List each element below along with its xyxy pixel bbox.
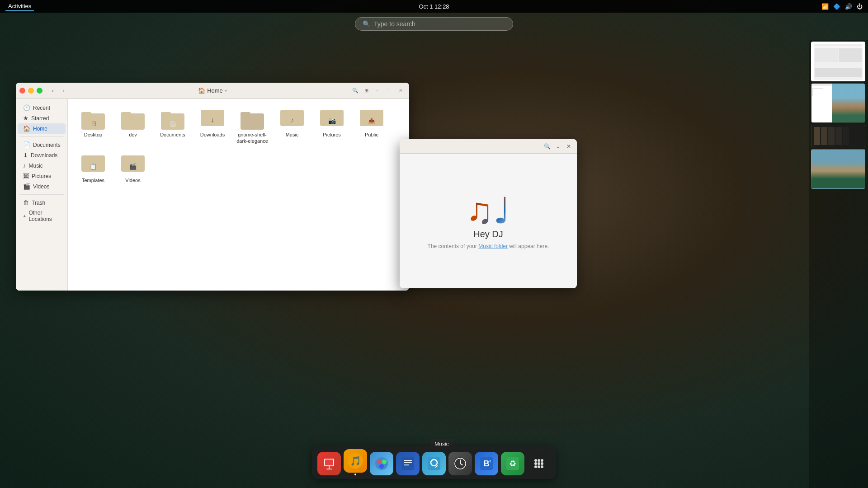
- dock-item-color[interactable]: [370, 452, 393, 475]
- trash-icon: 🗑: [23, 199, 29, 206]
- videos-icon: 🎬: [23, 183, 30, 190]
- svg-point-31: [541, 462, 543, 465]
- sidebar-item-other-locations[interactable]: + Other Locations: [18, 208, 66, 224]
- window-close-icon[interactable]: ✕: [396, 86, 406, 96]
- folder-icon-documents: 📄: [161, 110, 184, 130]
- titlebar-path: 🏠 Home ▾: [198, 87, 227, 94]
- file-item-downloads[interactable]: ↓ Downloads: [194, 106, 231, 148]
- music-minimize-button[interactable]: ⌄: [553, 142, 562, 151]
- sidebar-item-videos[interactable]: 🎬 Videos: [18, 181, 66, 192]
- downloads-icon: ⬇: [23, 152, 28, 159]
- blueman-svg: B ✦: [479, 456, 494, 471]
- sidebar-label-trash: Trash: [32, 200, 45, 206]
- file-item-music[interactable]: ♪ Music: [274, 106, 310, 148]
- dock-item-music[interactable]: 🎵: [344, 449, 367, 475]
- file-manager-titlebar: ‹ › 🏠 Home ▾ 🔍 ⊞ ≡ ⋮ ✕: [16, 83, 409, 99]
- sidebar-label-documents: Documents: [33, 142, 61, 148]
- dock-item-apps[interactable]: [527, 452, 551, 475]
- sidebar-label-downloads: Downloads: [31, 152, 57, 159]
- back-button[interactable]: ‹: [48, 86, 58, 96]
- file-item-pictures[interactable]: 📷 Pictures: [314, 106, 350, 148]
- sidebar-label-starred: Starred: [31, 115, 49, 122]
- music-subtitle-text: The contents of your: [428, 243, 479, 249]
- search-bar-container: 🔍: [355, 17, 513, 31]
- music-app-icon: 🎵: [344, 449, 367, 473]
- top-bar-left: Activities: [5, 2, 34, 11]
- forward-button[interactable]: ›: [59, 86, 69, 96]
- svg-point-34: [541, 465, 543, 468]
- sidebar-item-trash[interactable]: 🗑 Trash: [18, 197, 66, 208]
- music-folder-link[interactable]: Music folder: [478, 243, 508, 249]
- view-list-button[interactable]: ≡: [372, 86, 382, 96]
- sidebar-item-documents[interactable]: 📄 Documents: [18, 140, 66, 150]
- file-item-videos[interactable]: 🎬 Videos: [115, 152, 151, 187]
- pictures-icon: 🖼: [23, 173, 29, 179]
- file-item-dev[interactable]: dev: [115, 106, 151, 148]
- sidebar-label-other-locations: Other Locations: [28, 210, 60, 222]
- top-bar-tray: 📶 🔷 🔊 ⏻: [821, 3, 863, 10]
- store-svg: [427, 456, 441, 471]
- top-bar: Activities Oct 1 12:28 📶 🔷 🔊 ⏻: [0, 0, 868, 13]
- music-search-button[interactable]: 🔍: [542, 142, 552, 151]
- music-icon: ♪: [23, 162, 26, 169]
- volume-icon[interactable]: 🔊: [845, 3, 852, 10]
- svg-rect-3: [326, 469, 332, 469]
- workspace-2[interactable]: [811, 83, 865, 123]
- workspace-3[interactable]: [811, 125, 865, 147]
- power-icon[interactable]: ⏻: [857, 3, 863, 10]
- folder-icon-gnome-theme: [241, 110, 264, 130]
- close-button[interactable]: [19, 88, 25, 94]
- store-icon: [422, 452, 446, 475]
- sidebar-item-downloads[interactable]: ⬇ Downloads: [18, 150, 66, 160]
- dock-item-recycle[interactable]: ♻: [501, 452, 524, 475]
- file-manager-body: 🕐 Recent ★ Starred 🏠 Home 📄 Documents ⬇ …: [16, 99, 409, 291]
- sidebar-item-home[interactable]: 🏠 Home: [18, 123, 66, 134]
- sidebar-item-starred[interactable]: ★ Starred: [18, 113, 66, 123]
- file-label-public: Public: [365, 131, 378, 138]
- folder-icon-public: 📤: [360, 110, 383, 130]
- dock-item-blueman[interactable]: B ✦: [475, 452, 498, 475]
- file-manager-window: ‹ › 🏠 Home ▾ 🔍 ⊞ ≡ ⋮ ✕ 🕐 Recent ★ Starre…: [16, 83, 409, 291]
- music-subtitle: The contents of your Music folder will a…: [428, 243, 549, 249]
- music-close-button[interactable]: ✕: [564, 142, 573, 151]
- sidebar-item-recent[interactable]: 🕐 Recent: [18, 103, 66, 113]
- sidebar-item-pictures[interactable]: 🖼 Pictures: [18, 171, 66, 181]
- svg-point-26: [534, 459, 537, 462]
- folder-body: 🎬: [121, 155, 145, 172]
- dock: 🎵: [312, 446, 556, 479]
- clock-svg: [453, 456, 467, 471]
- svg-rect-11: [404, 460, 412, 461]
- documents-icon: 📄: [23, 141, 30, 148]
- sidebar-divider-1: [19, 136, 64, 137]
- minimize-button[interactable]: [28, 88, 34, 94]
- search-button[interactable]: 🔍: [350, 86, 360, 96]
- menu-button[interactable]: ⋮: [383, 86, 393, 96]
- maximize-button[interactable]: [37, 88, 42, 94]
- file-item-desktop[interactable]: 🖥 Desktop: [75, 106, 111, 148]
- file-label-documents: Documents: [160, 131, 185, 138]
- file-item-public[interactable]: 📤 Public: [354, 106, 390, 148]
- workspace-1[interactable]: [811, 42, 865, 81]
- bluetooth-icon[interactable]: 🔷: [833, 3, 840, 10]
- sidebar-divider-2: [19, 194, 64, 195]
- dock-item-presentations[interactable]: [317, 452, 341, 475]
- sidebar-item-music[interactable]: ♪ Music: [18, 160, 66, 171]
- svg-point-29: [534, 462, 537, 465]
- signal-icon[interactable]: 📶: [821, 3, 829, 10]
- file-item-gnome-theme[interactable]: gnome-shell-dark-elegance: [234, 106, 270, 148]
- search-bar[interactable]: 🔍: [355, 17, 513, 31]
- top-bar-datetime[interactable]: Oct 1 12:28: [419, 3, 449, 10]
- view-toggle-button[interactable]: ⊞: [361, 86, 371, 96]
- file-manager-main: 🖥 Desktop dev: [68, 99, 409, 291]
- dock-item-notes[interactable]: [396, 452, 420, 475]
- file-item-templates[interactable]: 📋 Templates: [75, 152, 111, 187]
- folder-icon-downloads: ↓: [201, 110, 224, 130]
- activities-button[interactable]: Activities: [5, 2, 34, 11]
- sidebar-label-videos: Videos: [33, 183, 49, 190]
- file-item-documents[interactable]: 📄 Documents: [155, 106, 191, 148]
- workspace-4[interactable]: [811, 149, 865, 189]
- search-input[interactable]: [374, 20, 505, 28]
- dock-item-store[interactable]: [422, 452, 446, 475]
- starred-icon: ★: [23, 115, 28, 122]
- dock-item-clock[interactable]: [448, 452, 472, 475]
